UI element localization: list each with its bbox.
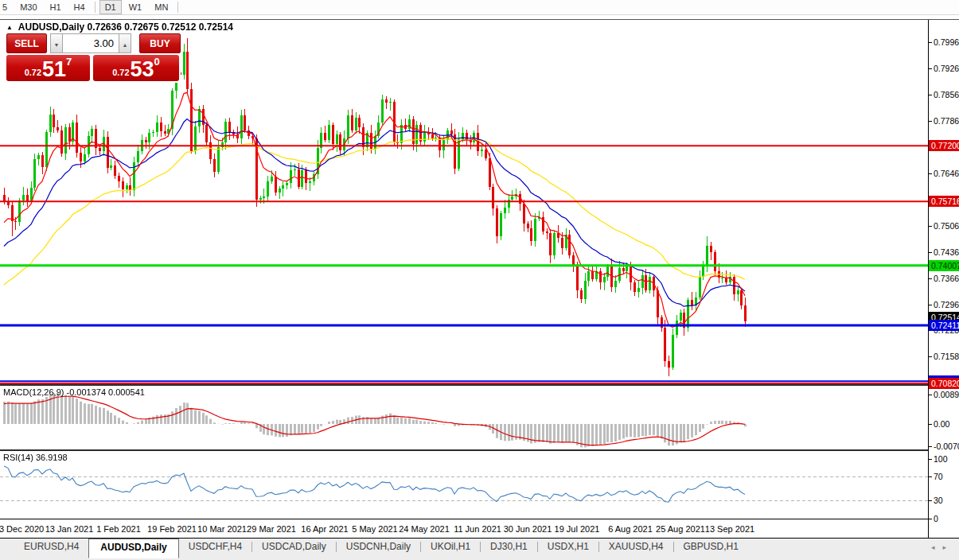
axis-label: 0.76460	[934, 169, 959, 178]
tab-EURUSD-H4[interactable]: EURUSD,H4	[14, 539, 88, 556]
axis-label: 0.73660	[934, 274, 959, 283]
axis-tick	[929, 68, 932, 69]
quote-row: 0.72517 0.72530	[6, 55, 181, 81]
tab-USDCNH-Daily[interactable]: USDCNH,Daily	[337, 539, 420, 556]
rsi-panel-splitter[interactable]	[0, 449, 959, 451]
axis-tick	[929, 459, 932, 460]
axis-tick	[929, 395, 932, 395]
one-click-trading-panel: SELL ▼ ▲ BUY 0.72517 0.72530	[6, 33, 181, 83]
timeframe-button-5[interactable]: 5	[0, 0, 13, 14]
axis-tick	[929, 42, 932, 43]
date-label: 19 Feb 2021	[147, 524, 197, 534]
tab-UKOil-H1[interactable]: UKOil,H1	[421, 539, 480, 556]
axis-label: 0	[934, 514, 938, 523]
macd-panel-splitter[interactable]	[0, 384, 959, 386]
axis-tick	[929, 305, 932, 305]
chart-ohlc-info: ▲ AUDUSD,Daily 0.72636 0.72675 0.72512 0…	[6, 21, 233, 33]
date-label: 6 Aug 2021	[608, 524, 653, 534]
axis-label: 0.78560	[934, 90, 959, 99]
chart-symbol-period: AUDUSD,Daily	[18, 21, 84, 33]
axis-label: 0.71580	[934, 352, 959, 361]
axis-label: 0.72960	[934, 300, 959, 309]
axis-label: 30	[934, 496, 943, 505]
axis-tick	[929, 95, 932, 95]
date-label: 1 Feb 2021	[96, 524, 141, 534]
date-label: 13 Jan 2021	[45, 524, 94, 534]
toolbar-separator	[177, 2, 178, 13]
chart-tab-bar: EURUSD,H4AUDUSD,DailyUSDCHF,H4USDCAD,Dai…	[0, 538, 959, 560]
price-chart-canvas[interactable]	[0, 20, 928, 524]
date-label: 30 Jun 2021	[504, 524, 552, 534]
axis-tick	[929, 252, 932, 253]
volume-input[interactable]	[62, 33, 119, 53]
price-badge-0.72411: 0.72411	[929, 320, 959, 331]
timeframe-button-MN[interactable]: MN	[149, 0, 173, 14]
tab-DJ30-H1[interactable]: DJ30,H1	[481, 539, 537, 556]
date-axis: 23 Dec 202013 Jan 20211 Feb 202119 Feb 2…	[0, 519, 928, 538]
timeframe-button-W1[interactable]: W1	[123, 0, 148, 14]
price-axis[interactable]: 0.799600.792600.785600.778600.764600.750…	[928, 20, 959, 538]
ask-prefix: 0.72	[112, 68, 129, 77]
ask-big-digits: 53	[131, 59, 154, 80]
volume-increase-button[interactable]: ▲	[119, 33, 131, 53]
timeframe-button-D1[interactable]: D1	[99, 0, 122, 14]
date-label: 10 Mar 2021	[197, 524, 247, 534]
chart-bottom-border	[0, 519, 959, 519]
rsi-indicator-label: RSI(14) 36.9198	[3, 453, 68, 462]
chart-window: ▲ AUDUSD,Daily 0.72636 0.72675 0.72512 0…	[0, 19, 959, 539]
axis-tick	[929, 356, 932, 357]
price-badge-0.75716: 0.75716	[929, 196, 959, 207]
axis-label: 0.79260	[934, 64, 959, 73]
axis-tick	[929, 446, 932, 447]
date-label: 19 Jul 2021	[555, 524, 600, 534]
volume-decrease-button[interactable]: ▼	[50, 33, 62, 53]
tab-USDCAD-Daily[interactable]: USDCAD,Daily	[252, 539, 336, 556]
tab-scroll-right-icon[interactable]: ▸	[942, 543, 954, 551]
tab-AUDUSD-Daily[interactable]: AUDUSD,Daily	[88, 539, 178, 558]
timeframe-button-M30[interactable]: M30	[14, 0, 42, 14]
axis-label: 0.77860	[934, 116, 959, 126]
tab-scroll-left-icon[interactable]: ◂	[931, 543, 943, 551]
price-badge-0.70820: 0.70820	[929, 378, 959, 389]
axis-tick	[929, 500, 932, 501]
date-label: 11 Jun 2021	[454, 524, 501, 534]
date-label: 23 Dec 2020	[0, 524, 44, 534]
axis-label: 0.75060	[934, 221, 959, 231]
date-label: 24 May 2021	[399, 524, 450, 534]
axis-tick	[929, 424, 932, 425]
trade-controls-row: SELL ▼ ▲ BUY	[6, 33, 181, 53]
date-label: 25 Aug 2021	[656, 524, 705, 534]
axis-label: 0.74360	[934, 247, 959, 257]
price-badge-0.77200: 0.77200	[929, 140, 959, 151]
tab-USDX-H1[interactable]: USDX,H1	[538, 539, 598, 556]
chart-ohlc-values: 0.72636 0.72675 0.72512 0.72514	[88, 21, 234, 33]
sell-button[interactable]: SELL	[6, 33, 47, 53]
axis-label: -0.00701	[934, 441, 959, 451]
axis-tick	[929, 121, 932, 122]
date-label: 29 Mar 2021	[247, 524, 296, 534]
tab-scroll-arrows: ◂▸	[931, 543, 954, 551]
timeframe-button-H1[interactable]: H1	[45, 0, 67, 14]
bid-pip-digit: 7	[66, 56, 72, 68]
axis-label: 0.00	[934, 419, 949, 429]
date-label: 16 Apr 2021	[301, 524, 348, 534]
tab-USDCHF-H4[interactable]: USDCHF,H4	[179, 539, 251, 556]
ask-price-box[interactable]: 0.72530	[93, 55, 179, 81]
axis-tick	[929, 476, 932, 477]
timeframe-button-H4[interactable]: H4	[68, 0, 91, 14]
timeframe-toolbar: 5M30H1H4D1W1MN	[0, 0, 959, 15]
buy-button[interactable]: BUY	[139, 33, 181, 53]
spinner-down-icon: ▼	[54, 42, 60, 48]
axis-tick	[929, 519, 932, 519]
tab-GBPUSD-H1[interactable]: GBPUSD,H1	[674, 539, 748, 556]
tab-XAUUSD-H4[interactable]: XAUUSD,H4	[599, 539, 673, 556]
axis-tick	[929, 226, 932, 227]
axis-label: 0.79960	[934, 37, 959, 47]
bid-price-box[interactable]: 0.72517	[6, 55, 90, 81]
collapse-quote-panel-icon[interactable]: ▲	[6, 24, 13, 31]
macd-indicator-label: MACD(12,26,9) -0.001374 0.000541	[3, 387, 145, 397]
axis-tick	[929, 278, 932, 279]
mt4-terminal: 5M30H1H4D1W1MN ▲ AUDUSD,Daily 0.72636 0.…	[0, 0, 959, 560]
chart-tabs: EURUSD,H4AUDUSD,DailyUSDCHF,H4USDCAD,Dai…	[14, 539, 748, 556]
axis-label: 0.008904	[934, 390, 959, 399]
